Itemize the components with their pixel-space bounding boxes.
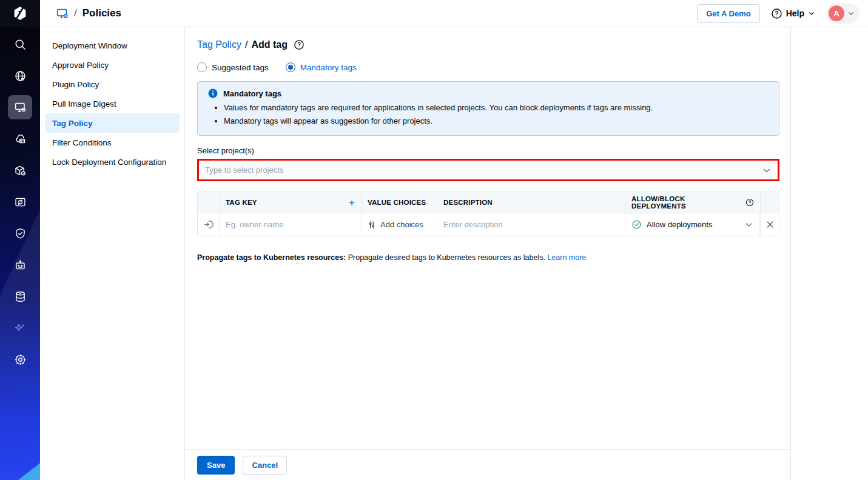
select-projects-label: Select project(s) bbox=[197, 146, 778, 155]
enter-arrow-icon bbox=[203, 219, 214, 230]
primary-icon-sidebar bbox=[0, 27, 40, 480]
sidebar-item-deployment-window[interactable]: Deployment Window bbox=[45, 36, 180, 55]
sidebar-item-approval-policy[interactable]: Approval Policy bbox=[45, 55, 180, 75]
stack-manager-database-icon bbox=[14, 290, 27, 303]
sidebar-item-plugin-policy[interactable]: Plugin Policy bbox=[45, 75, 180, 94]
radio-selected-icon bbox=[286, 62, 295, 72]
help-question-icon[interactable] bbox=[745, 198, 754, 207]
mandatory-tags-label: Mandatory tags bbox=[300, 63, 357, 72]
cancel-button[interactable]: Cancel bbox=[243, 456, 287, 475]
delete-row-button[interactable] bbox=[760, 213, 779, 236]
add-choices-label: Add choices bbox=[380, 220, 423, 229]
breadcrumb-tag-policy-link[interactable]: Tag Policy bbox=[197, 39, 241, 50]
header-description: DESCRIPTION bbox=[437, 192, 625, 213]
topbar-actions: Get A Demo Help A bbox=[697, 3, 868, 24]
sidebar-item-tag-policy[interactable]: Tag Policy bbox=[45, 113, 180, 133]
jobs-sync-icon bbox=[14, 196, 27, 208]
info-box-bullets: Values for mandatory tags are required f… bbox=[224, 101, 769, 128]
header-allow-block: ALLOW/BLOCK DEPLOYMENTS bbox=[625, 192, 760, 213]
save-button[interactable]: Save bbox=[197, 456, 235, 475]
security-shield-icon bbox=[14, 227, 27, 240]
mandatory-tags-info-box: Mandatory tags Values for mandatory tags… bbox=[197, 81, 779, 136]
sidebar-item-search[interactable] bbox=[8, 32, 32, 56]
allow-block-select[interactable]: Allow deployments bbox=[625, 213, 760, 236]
breadcrumb-page-title: Policies bbox=[82, 7, 121, 19]
policies-monitor-gear-icon bbox=[14, 101, 27, 114]
suggested-tags-radio[interactable]: Suggested tags bbox=[197, 62, 269, 72]
resource-browser-globe-icon bbox=[14, 70, 27, 82]
help-label: Help bbox=[786, 8, 804, 18]
breadcrumb-current: Add tag bbox=[251, 39, 288, 50]
policies-sidebar: Deployment Window Approval Policy Plugin… bbox=[40, 27, 185, 480]
tags-table: TAG KEY + VALUE CHOICES DESCRIPTION ALLO… bbox=[197, 192, 779, 236]
learn-more-link[interactable]: Learn more bbox=[547, 253, 586, 262]
chevron-down-icon[interactable] bbox=[744, 220, 753, 229]
sidebar-item-resource-browser[interactable] bbox=[8, 64, 32, 88]
add-tag-row-button[interactable]: + bbox=[349, 198, 355, 208]
search-icon bbox=[14, 38, 27, 51]
policies-monitor-gear-icon bbox=[56, 7, 69, 20]
info-bullet: Mandatory tags will appear as suggestion… bbox=[224, 115, 769, 128]
form-footer: Save Cancel bbox=[185, 449, 790, 480]
sidebar-item-bot[interactable] bbox=[8, 253, 32, 277]
sidebar-item-stack-manager[interactable] bbox=[8, 284, 32, 308]
sidebar-item-filter-conditions[interactable]: Filter Conditions bbox=[45, 133, 180, 152]
ai-sparkles-icon bbox=[14, 322, 27, 335]
close-icon bbox=[765, 220, 775, 229]
app-window: / Policies Get A Demo Help A bbox=[0, 0, 868, 480]
sidebar-item-jobs[interactable] bbox=[8, 190, 32, 214]
devtron-logo-icon bbox=[12, 5, 28, 21]
sidebar-item-lock-deployment-configuration[interactable]: Lock Deployment Configuration bbox=[45, 152, 180, 172]
help-question-icon[interactable] bbox=[294, 39, 304, 50]
radio-unselected-icon bbox=[197, 62, 207, 72]
tag-key-header-label: TAG KEY bbox=[226, 199, 257, 206]
description-placeholder: Enter description bbox=[443, 220, 503, 229]
chevron-down-icon bbox=[847, 10, 855, 17]
page-title: Tag Policy / Add tag bbox=[197, 39, 778, 50]
breadcrumb-separator: / bbox=[74, 7, 77, 19]
sidebar-item-chart-store[interactable] bbox=[8, 158, 32, 182]
main-content: Tag Policy / Add tag Suggested tags Mand… bbox=[185, 27, 868, 480]
chart-store-package-icon bbox=[14, 164, 27, 177]
header-spacer-cell bbox=[198, 192, 220, 213]
user-menu[interactable]: A bbox=[826, 3, 860, 24]
project-select-placeholder: Type to select projects bbox=[205, 165, 762, 175]
info-icon bbox=[207, 88, 218, 99]
sidebar-item-ai[interactable] bbox=[8, 316, 32, 340]
tags-table-header: TAG KEY + VALUE CHOICES DESCRIPTION ALLO… bbox=[198, 192, 779, 213]
header-value-choices: VALUE CHOICES bbox=[362, 192, 437, 213]
value-choices-header-label: VALUE CHOICES bbox=[368, 199, 426, 206]
bot-robot-icon bbox=[14, 259, 27, 272]
devtron-logo[interactable] bbox=[0, 0, 40, 27]
sidebar-item-security[interactable] bbox=[8, 221, 32, 245]
sliders-icon bbox=[368, 221, 376, 229]
check-circle-icon bbox=[631, 219, 642, 230]
get-a-demo-button[interactable]: Get A Demo bbox=[697, 4, 759, 23]
project-select-input[interactable]: Type to select projects bbox=[197, 159, 779, 181]
chevron-down-icon[interactable] bbox=[762, 165, 772, 175]
info-bullet: Values for mandatory tags are required f… bbox=[224, 101, 769, 115]
tag-type-radio-group: Suggested tags Mandatory tags bbox=[197, 62, 778, 72]
applications-cloud-icon bbox=[14, 133, 27, 145]
avatar: A bbox=[829, 5, 844, 21]
add-choices-button[interactable]: Add choices bbox=[368, 220, 423, 229]
mandatory-tags-radio[interactable]: Mandatory tags bbox=[286, 62, 357, 72]
sidebar-item-policies[interactable] bbox=[8, 95, 32, 119]
sidebar-item-settings[interactable] bbox=[8, 347, 32, 372]
propagate-tags-note: Propagate tags to Kubernetes resources: … bbox=[197, 252, 778, 263]
settings-gear-icon bbox=[14, 353, 27, 366]
tag-key-input[interactable]: Eg. owner-name bbox=[220, 213, 362, 236]
tag-key-enter-icon bbox=[198, 213, 220, 236]
propagate-note-bold: Propagate tags to Kubernetes resources: bbox=[197, 253, 346, 262]
description-input[interactable]: Enter description bbox=[437, 213, 625, 236]
chevron-down-icon bbox=[808, 10, 815, 17]
allow-deployments-value: Allow deployments bbox=[647, 220, 712, 229]
help-question-icon bbox=[771, 8, 782, 19]
help-menu[interactable]: Help bbox=[771, 8, 815, 19]
top-header: / Policies Get A Demo Help A bbox=[0, 0, 868, 27]
sidebar-item-applications[interactable] bbox=[8, 127, 32, 151]
tag-row: Eg. owner-name Add choices Enter descrip bbox=[198, 213, 779, 236]
allow-block-header-label: ALLOW/BLOCK DEPLOYMENTS bbox=[631, 195, 741, 210]
header-tag-key: TAG KEY + bbox=[220, 192, 362, 213]
sidebar-item-pull-image-digest[interactable]: Pull Image Digest bbox=[45, 94, 180, 113]
